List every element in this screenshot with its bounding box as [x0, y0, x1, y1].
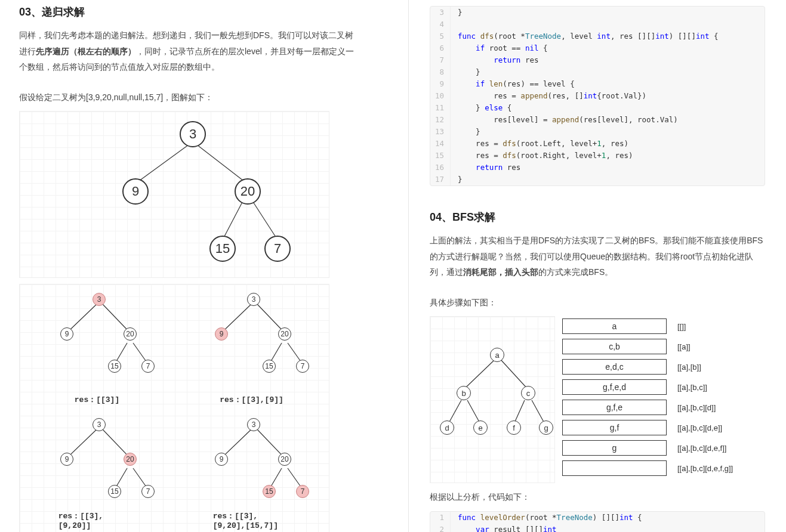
queue-box: g,f,e: [562, 400, 667, 415]
queue-step: g,f[[a],[b,c][d,e]]: [562, 420, 749, 435]
queue-result: [[a],[b,c][d]]: [677, 403, 749, 412]
queue-step: [[a],[b,c][d,e,f,g]]: [562, 460, 749, 476]
code-line: 9 if len(res) == level {: [430, 78, 765, 90]
code-line: 8 }: [430, 66, 765, 78]
queue-box: g: [562, 440, 667, 456]
code-line: 16 return res: [430, 162, 765, 174]
step-3: 3 9 20 15 7 res：[[3],[9,20]]: [20, 410, 174, 532]
queue-step: g[[a],[b,c][d,e,f]]: [562, 440, 749, 456]
node-20: 20: [235, 178, 261, 205]
section-04-intro: 上面的解法，其实相当于是用DFS的方法实现了二叉树的BFS。那我们能不能直接使用…: [430, 233, 765, 280]
code-line: 11 } else {: [430, 102, 765, 114]
right-footer: 根据以上分析，代码如下：: [430, 489, 765, 505]
queue-result: [[a],[b,c]]: [677, 383, 749, 392]
queue-step: c,b[[a]]: [562, 339, 749, 354]
svg-line-1: [196, 144, 246, 183]
code-line: 14 res = dfs(root.Left, level+1, res): [430, 138, 765, 150]
small-trees-grid: 3 9 20 15 7 res：[[3]] 3 9 20 15 7 res：[[…: [19, 284, 329, 532]
svg-line-0: [136, 144, 189, 183]
queue-box: g,f,e,d: [562, 379, 667, 395]
node-7: 7: [264, 236, 291, 262]
queue-box: g,f: [562, 420, 667, 435]
svg-line-13: [102, 429, 130, 457]
svg-line-17: [257, 429, 284, 457]
bfs-tree: a b c d e f g: [430, 316, 555, 483]
svg-line-9: [257, 304, 284, 332]
queue-step: g,f,e,d[[a],[b,c]]: [562, 379, 749, 395]
queue-result: [[a]]: [677, 342, 749, 351]
queue-step: g,f,e[[a],[b,c][d]]: [562, 400, 749, 415]
section-03-title: 03、递归求解: [19, 5, 355, 19]
node-9: 9: [122, 178, 149, 205]
right-column: 3}45func dfs(root *TreeNode, level int, …: [409, 0, 786, 532]
queue-box: [562, 460, 667, 476]
bfs-queue-steps: a[[]]c,b[[a]]e,d,c[[a],[b]]g,f,e,d[[a],[…: [562, 316, 749, 483]
queue-box: a: [562, 318, 667, 334]
code-line: 7 return res: [430, 54, 765, 66]
code-line: 17}: [430, 174, 765, 185]
code-line: 1func levelOrder(root *TreeNode) [][]int…: [430, 512, 765, 524]
svg-line-8: [222, 304, 252, 332]
code-line: 4: [430, 18, 765, 30]
tree-assumption: 假设给定二叉树为[3,9,20,null,null,15,7]，图解如下：: [19, 89, 355, 106]
svg-line-3: [252, 201, 278, 240]
code-line: 5func dfs(root *TreeNode, level int, res…: [430, 30, 765, 42]
svg-line-21: [501, 360, 527, 388]
queue-step: e,d,c[[a],[b]]: [562, 359, 749, 375]
queue-result: [[a],[b,c][d,e]]: [677, 423, 749, 432]
bfs-diagram: a b c d e f g a[[]]c,b[[a]]e,d,c[[a],[b]…: [430, 316, 749, 483]
step-1: 3 9 20 15 7 res：[[3]]: [20, 284, 174, 410]
queue-result: [[a],[b]]: [677, 363, 749, 372]
page-root: 03、递归求解 同样，我们先考虑本题的递归解法。想到递归，我们一般先想到DFS。…: [0, 0, 786, 532]
svg-line-5: [102, 304, 130, 332]
code-line: 15 res = dfs(root.Right, level+1, res): [430, 150, 765, 162]
res-2: res：[[3],[9]]: [220, 394, 283, 405]
code-line: 13 }: [430, 126, 765, 138]
code-line: 10 res = append(res, []int{root.Val}): [430, 90, 765, 102]
section-04-title: 04、BFS求解: [430, 210, 765, 224]
big-tree-diagram: 3 9 20 15 7: [19, 111, 329, 278]
node-15: 15: [209, 236, 236, 262]
queue-step: a[[]]: [562, 318, 749, 334]
left-column: 03、递归求解 同样，我们先考虑本题的递归解法。想到递归，我们一般先想到DFS。…: [0, 0, 409, 532]
queue-result: [[a],[b,c][d,e,f,g]]: [677, 464, 749, 473]
section-03-intro: 同样，我们先考虑本题的递归解法。想到递归，我们一般先想到DFS。我们可以对该二叉…: [19, 27, 355, 75]
svg-line-12: [67, 429, 97, 457]
queue-box: c,b: [562, 339, 667, 354]
queue-result: [[a],[b,c][d,e,f]]: [677, 444, 749, 453]
code-line: 3}: [430, 7, 765, 18]
svg-line-2: [223, 201, 243, 240]
res-1: res：[[3]]: [75, 394, 119, 405]
queue-box: e,d,c: [562, 359, 667, 375]
code-line: 12 res[level] = append(res[level], root.…: [430, 114, 765, 126]
svg-line-16: [222, 429, 252, 457]
res-3: res：[[3],[9,20]]: [58, 511, 136, 530]
queue-result: [[]]: [677, 322, 749, 331]
code-block-bfs: 1func levelOrder(root *TreeNode) [][]int…: [430, 511, 765, 532]
code-block-dfs: 3}45func dfs(root *TreeNode, level int, …: [430, 6, 765, 186]
svg-line-20: [465, 360, 495, 388]
step-4: 3 9 20 15 7 res：[[3],[9,20],[15,7]]: [174, 410, 329, 532]
step-2: 3 9 20 15 7 res：[[3],[9]]: [174, 284, 329, 410]
res-4: res：[[3],[9,20],[15,7]]: [213, 511, 291, 530]
svg-line-4: [67, 304, 97, 332]
code-line: 2 var result [][]int: [430, 524, 765, 532]
bfs-steps-label: 具体步骤如下图：: [430, 295, 765, 311]
node-3: 3: [180, 121, 206, 147]
code-line: 6 if root == nil {: [430, 42, 765, 54]
